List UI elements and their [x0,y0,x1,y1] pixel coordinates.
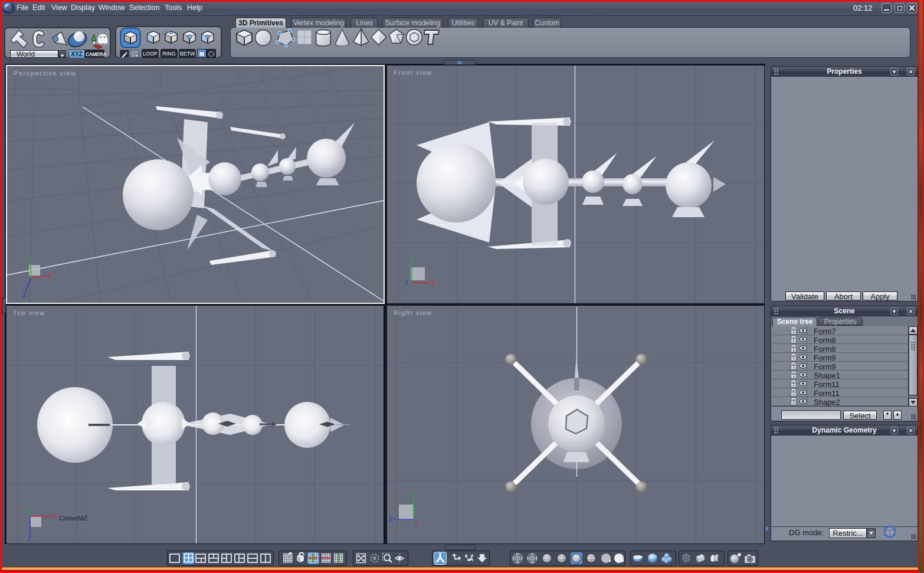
svg-text:X: X [53,513,57,520]
svg-text:Z: Z [28,535,31,542]
svg-text:Z: Z [389,516,392,523]
svg-text:X: X [48,272,52,279]
svg-text:Y: Y [28,257,32,263]
svg-text:CometMZ: CometMZ [59,515,88,522]
svg-text:Y: Y [27,509,30,515]
svg-text:Z: Z [22,292,26,299]
svg-text:X: X [431,280,435,286]
svg-text:Y: Y [409,257,414,264]
svg-text:Z: Z [405,280,408,286]
svg-text:Y: Y [412,492,416,498]
svg-text:X: X [415,520,418,526]
